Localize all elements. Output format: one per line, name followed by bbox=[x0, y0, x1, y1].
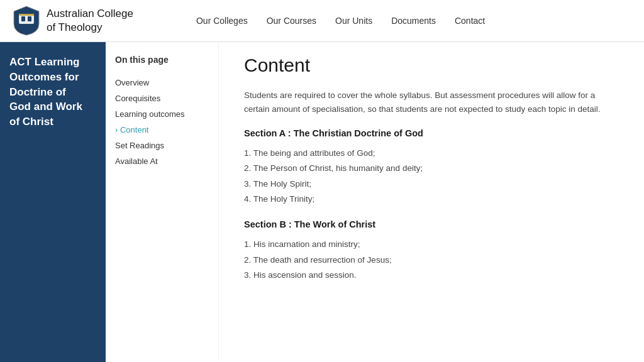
nav-our-colleges[interactable]: Our Colleges bbox=[196, 16, 248, 26]
main-layout: ACT Learning Outcomes for Doctrine of Go… bbox=[0, 42, 644, 362]
college-name: Australian College of Theology bbox=[47, 7, 133, 35]
list-item: 3. The Holy Spirit; bbox=[244, 177, 619, 192]
page-nav: On this page Overview Corequisites Learn… bbox=[106, 42, 219, 362]
list-item: 1. His incarnation and ministry; bbox=[244, 237, 619, 252]
svg-rect-1 bbox=[21, 16, 25, 21]
section-a-list: 1. The being and attributes of God; 2. T… bbox=[244, 146, 619, 207]
content-area: Content Students are required to cover t… bbox=[219, 42, 644, 362]
nav-item-set-readings[interactable]: Set Readings bbox=[115, 138, 209, 153]
section-a-heading: Section A : The Christian Doctrine of Go… bbox=[244, 128, 619, 138]
site-header: Australian College of Theology Our Colle… bbox=[0, 0, 644, 42]
nav-item-corequisites[interactable]: Corequisites bbox=[115, 90, 209, 106]
nav-documents[interactable]: Documents bbox=[391, 16, 436, 26]
nav-item-content[interactable]: Content bbox=[115, 122, 209, 138]
content-intro: Students are required to cover the whole… bbox=[244, 89, 619, 116]
list-item: 1. The being and attributes of God; bbox=[244, 146, 619, 161]
content-title: Content bbox=[244, 55, 619, 76]
college-logo bbox=[13, 5, 40, 36]
svg-rect-3 bbox=[19, 14, 34, 16]
sidebar-title: ACT Learning Outcomes for Doctrine of Go… bbox=[9, 55, 96, 129]
list-item: 3. His ascension and session. bbox=[244, 268, 619, 283]
sidebar: ACT Learning Outcomes for Doctrine of Go… bbox=[0, 42, 106, 362]
nav-our-units[interactable]: Our Units bbox=[335, 16, 372, 26]
nav-item-available-at[interactable]: Available At bbox=[115, 153, 209, 169]
nav-our-courses[interactable]: Our Courses bbox=[267, 16, 316, 26]
list-item: 2. The Person of Christ, his humanity an… bbox=[244, 161, 619, 176]
section-b-heading: Section B : The Work of Christ bbox=[244, 219, 619, 229]
logo-area: Australian College of Theology bbox=[13, 5, 133, 36]
list-item: 2. The death and resurrection of Jesus; bbox=[244, 253, 619, 268]
section-b-list: 1. His incarnation and ministry; 2. The … bbox=[244, 237, 619, 283]
nav-item-overview[interactable]: Overview bbox=[115, 75, 209, 90]
nav-item-learning-outcomes[interactable]: Learning outcomes bbox=[115, 106, 209, 122]
main-nav: Our Colleges Our Courses Our Units Docum… bbox=[196, 16, 485, 26]
nav-contact[interactable]: Contact bbox=[455, 16, 485, 26]
svg-rect-2 bbox=[28, 16, 31, 21]
page-nav-heading: On this page bbox=[115, 55, 209, 65]
list-item: 4. The Holy Trinity; bbox=[244, 192, 619, 207]
